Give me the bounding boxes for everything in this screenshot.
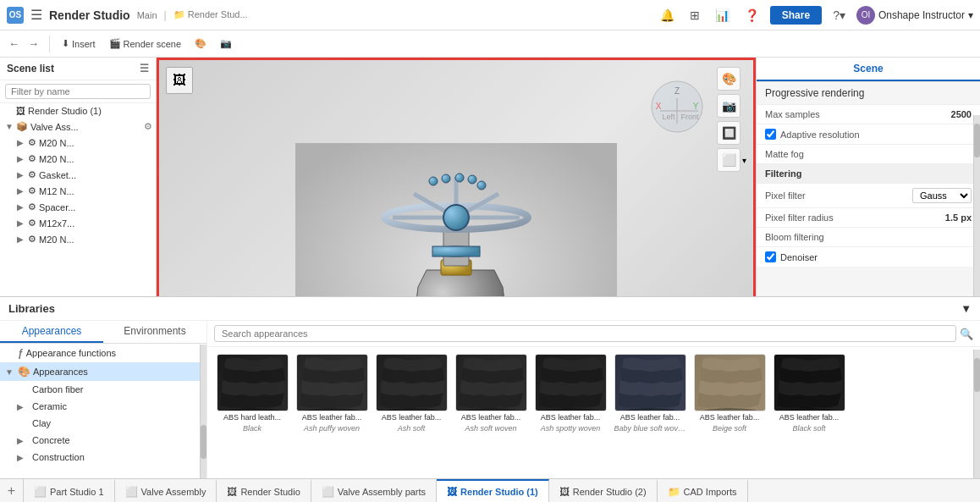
lib-item-sub: Ash soft	[376, 424, 448, 433]
lib-tree-item[interactable]: ƒ Appearance functions	[0, 344, 206, 362]
adaptive-resolution-checkbox[interactable]	[765, 129, 776, 140]
lib-grid-item[interactable]: ABS leather fab... Ash puffy woven	[294, 354, 370, 472]
lib-item-sub: Black soft	[774, 424, 845, 433]
user-menu[interactable]: OI Onshape Instructor ▾	[856, 6, 973, 25]
lib-tab-environments[interactable]: Environments	[103, 321, 206, 343]
tree-expand-icon: ▼	[5, 122, 14, 131]
matte-fog-row: Matte fog	[757, 145, 980, 164]
share-button[interactable]: Share	[770, 6, 822, 25]
search-icon[interactable]: 🔍	[960, 328, 973, 340]
bottom-tab-item[interactable]: 🖼 Render Studio	[217, 479, 311, 502]
scene-tree-item[interactable]: ▶ ⚙ Gasket...	[0, 167, 156, 183]
notifications-button[interactable]: 🔔	[656, 7, 679, 24]
lib-item-name: ABS leather fab...	[614, 413, 686, 422]
tab-scene[interactable]: Scene	[757, 58, 980, 81]
max-samples-label: Max samples	[765, 109, 820, 119]
viewport-tool-1[interactable]: 🎨	[717, 67, 741, 91]
help2-button[interactable]: ?▾	[829, 7, 850, 24]
tree-item-label: Render Studio (1)	[28, 106, 152, 116]
lib-item-thumbnail	[217, 354, 289, 411]
lib-tree-item[interactable]: Carbon fiber	[0, 381, 206, 398]
scene-tree-item[interactable]: ▶ ⚙ M20 N...	[0, 135, 156, 151]
viewport-tool-2[interactable]: 📷	[717, 94, 741, 118]
scene-list-menu-icon[interactable]: ☰	[140, 63, 149, 74]
bottom-tab-item[interactable]: ⬜ Part Studio 1	[24, 479, 115, 502]
svg-text:Z: Z	[674, 86, 680, 96]
lib-grid-item[interactable]: ABS hard leath... Black	[214, 354, 290, 472]
scene-tree-item[interactable]: ▶ ⚙ M20 N...	[0, 231, 156, 247]
lib-tab-appearances[interactable]: Appearances	[0, 321, 103, 343]
lib-tree-scrollbar[interactable]	[200, 345, 206, 478]
pixel-filter-radius-value[interactable]: 1.5 px	[945, 212, 972, 223]
lib-tree-label: Carbon fiber	[32, 384, 84, 394]
bottom-tab-item[interactable]: 📁 CAD Imports	[658, 479, 748, 502]
right-scrollbar-thumb[interactable]	[974, 124, 980, 157]
tree-expand-icon: ▶	[17, 202, 25, 212]
scene-tree-item[interactable]: ▶ ⚙ Spacer...	[0, 199, 156, 215]
analytics-button[interactable]: 📊	[711, 7, 734, 24]
scene-tree-item[interactable]: ▼ 📦 Valve Ass... ⚙	[0, 119, 156, 135]
back-button[interactable]: ←	[5, 36, 23, 52]
bottom-tab-item[interactable]: ⬜ Valve Assembly	[115, 479, 217, 502]
pixel-filter-select[interactable]: Gauss Box Triangle Mitchell	[912, 188, 972, 203]
tree-item-icon: 🖼	[16, 106, 25, 116]
svg-point-42	[542, 408, 601, 411]
libraries-title: Libraries	[8, 302, 55, 315]
branch-label: Main	[137, 10, 157, 20]
lib-tree-item[interactable]: ▼ 🎨 Appearances	[0, 362, 206, 381]
viewport-dropdown-icon[interactable]: ▾	[742, 156, 746, 165]
camera-tool-button[interactable]: 📷	[215, 36, 237, 52]
lib-search-input[interactable]	[214, 325, 956, 342]
insert-button[interactable]: ⬇ Insert	[57, 36, 101, 52]
tree-item-label: Gasket...	[39, 170, 152, 180]
bottom-tab-item[interactable]: 🖼 Render Studio (1)	[437, 479, 549, 502]
lib-grid-item[interactable]: ABS leather fab... Beige soft	[691, 354, 768, 472]
lib-tree-item[interactable]: Clay	[0, 415, 206, 432]
lib-tree-icon: 🎨	[18, 366, 30, 378]
scene-tree-item[interactable]: ▶ ⚙ M12x7...	[0, 215, 156, 231]
svg-point-43	[621, 408, 680, 411]
lib-grid-item[interactable]: ABS leather fab... Baby blue soft woven	[612, 354, 688, 472]
lib-tree-item[interactable]: ▶ Construction	[0, 449, 206, 466]
render-scene-button[interactable]: 🎬 Render scene	[104, 36, 187, 52]
bottom-tab-label: Render Studio (2)	[573, 487, 647, 497]
svg-text:Left: Left	[662, 113, 675, 121]
scene-tree-item[interactable]: ▶ ⚙ M20 N...	[0, 151, 156, 167]
viewport-thumbnail[interactable]: 🖼	[166, 67, 193, 94]
lib-tree-item[interactable]: ▶ Concrete	[0, 432, 206, 449]
lib-grid-item[interactable]: ABS leather fab... Ash soft woven	[453, 354, 529, 472]
tree-item-label: M20 N...	[39, 138, 152, 148]
bottom-tab-icon: ⬜	[125, 486, 138, 498]
denoiser-checkbox[interactable]	[765, 251, 776, 262]
appearance-tool-button[interactable]: 🎨	[190, 36, 212, 52]
progressive-rendering-header: Progressive rendering	[757, 82, 980, 105]
bottom-tab-icon: ⬜	[322, 486, 334, 498]
user-dropdown-icon: ▾	[968, 9, 973, 21]
lib-grid-item[interactable]: ABS leather fab... Ash soft	[373, 354, 449, 472]
viewport-tool-3[interactable]: 🔲	[717, 121, 741, 145]
bloom-filtering-row: Bloom filtering	[757, 228, 980, 247]
lib-tree-scrollbar-thumb[interactable]	[201, 425, 206, 459]
bottom-tab-item[interactable]: 🖼 Render Studio (2)	[549, 479, 658, 502]
lib-grid-scrollbar-thumb[interactable]	[974, 358, 980, 392]
bottom-tab-item[interactable]: ⬜ Valve Assembly parts	[311, 479, 437, 502]
hamburger-menu[interactable]: ☰	[30, 7, 42, 23]
libraries-header[interactable]: Libraries ▼	[0, 297, 980, 321]
forward-button[interactable]: →	[25, 36, 42, 52]
tree-expand-icon: ▶	[17, 218, 25, 228]
lib-tree-item[interactable]: ▶ Ceramic	[0, 398, 206, 415]
svg-text:Y: Y	[693, 102, 699, 111]
lib-grid-scrollbar[interactable]	[973, 350, 980, 478]
lib-item-sub: Ash spotty woven	[535, 424, 607, 433]
scene-filter-input[interactable]	[5, 84, 151, 99]
max-samples-value[interactable]: 2500	[951, 109, 972, 119]
viewport-display-btn[interactable]: ⬜	[717, 148, 741, 172]
add-tab-button[interactable]: +	[0, 479, 24, 502]
help-button[interactable]: ❓	[741, 7, 763, 24]
grid-view-button[interactable]: ⊞	[685, 7, 704, 24]
scene-tree-item[interactable]: ▶ ⚙ M12 N...	[0, 183, 156, 199]
scene-tree-item[interactable]: 🖼 Render Studio (1)	[0, 103, 156, 119]
lib-grid-item[interactable]: ABS leather fab... Ash spotty woven	[532, 354, 608, 472]
lib-grid-item[interactable]: ABS leather fab... Black soft	[771, 354, 847, 472]
breadcrumb[interactable]: 📁 Render Stud...	[173, 9, 248, 20]
